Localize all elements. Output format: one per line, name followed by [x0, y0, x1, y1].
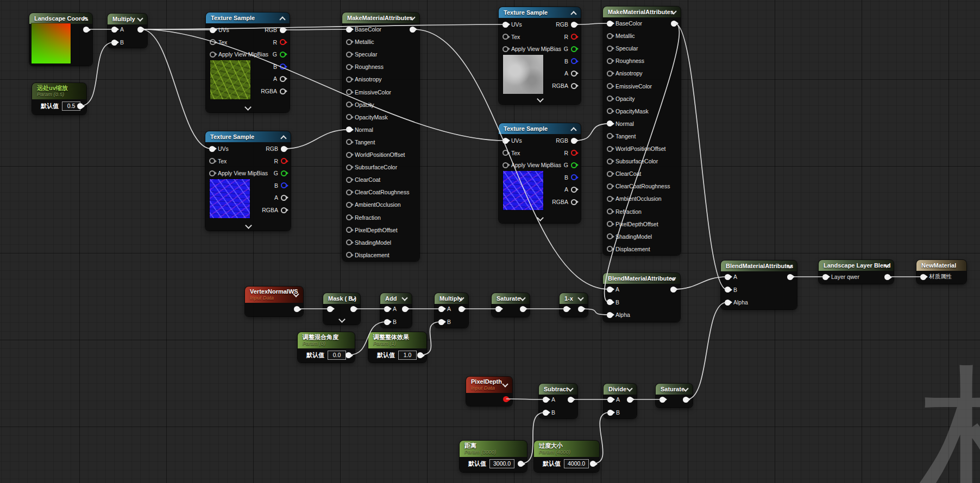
chevron-down-icon[interactable]: [502, 381, 508, 387]
ambientocclusion-input-pin[interactable]: [607, 196, 613, 202]
node-saturate_dist[interactable]: Saturate: [656, 384, 693, 408]
param-output-pin[interactable]: [518, 461, 524, 467]
basecolor-input-pin[interactable]: [346, 27, 352, 33]
g-output-pin[interactable]: [571, 162, 577, 168]
node-multiply_fx[interactable]: MultiplyAB: [435, 293, 468, 328]
node-header[interactable]: 距离Param (3000): [460, 441, 527, 457]
output-pin[interactable]: [683, 397, 689, 403]
in-input-pin[interactable]: [563, 306, 569, 312]
rgb-output-pin[interactable]: [571, 138, 577, 144]
default-value-input[interactable]: 3000.0: [489, 459, 514, 468]
node-header[interactable]: Texture Sample: [499, 123, 581, 134]
opacitymask-input-pin[interactable]: [346, 114, 352, 120]
output-pin[interactable]: [137, 27, 143, 33]
output-pin[interactable]: [627, 397, 633, 403]
rgba-output-pin[interactable]: [281, 207, 287, 213]
a-output-pin[interactable]: [281, 195, 287, 201]
pixeldepthoffset-input-pin[interactable]: [346, 227, 352, 233]
node-subtract[interactable]: SubtractAB: [539, 384, 577, 418]
param-output-pin[interactable]: [77, 103, 83, 109]
expand-chevron-icon[interactable]: [537, 214, 544, 221]
default-value-input[interactable]: 1.0: [398, 351, 417, 360]
node-saturate_slope[interactable]: Saturate: [492, 293, 530, 317]
pixeldepthoffset-input-pin[interactable]: [607, 221, 613, 227]
node-header[interactable]: 调整混合角度Param (0): [298, 332, 355, 348]
layer-input-pin[interactable]: [920, 274, 926, 280]
b-output-pin[interactable]: [280, 63, 286, 69]
in-input-pin[interactable]: [327, 306, 333, 312]
expand-chevron-icon[interactable]: [245, 222, 252, 229]
node-blend_b[interactable]: BlendMaterialAttributesABAlpha: [721, 260, 797, 309]
node-header[interactable]: Mask ( B ): [323, 293, 360, 304]
node-mma_near[interactable]: MakeMaterialAttributesBaseColorMetallicS…: [342, 12, 419, 261]
specular-input-pin[interactable]: [346, 52, 352, 58]
param-output-pin[interactable]: [345, 352, 351, 358]
b-input-pin[interactable]: [438, 319, 444, 325]
collapse-up-icon[interactable]: [279, 16, 285, 22]
node-header[interactable]: Saturate: [656, 384, 693, 395]
node-header[interactable]: BlendMaterialAttributes: [603, 273, 680, 284]
apply-view-mipbias-input-pin[interactable]: [502, 162, 508, 168]
collapse-up-icon[interactable]: [280, 135, 286, 141]
node-pixel_depth[interactable]: PixelDepthInput Data: [466, 377, 512, 406]
r-output-pin[interactable]: [571, 34, 577, 40]
a-input-pin[interactable]: [543, 397, 549, 403]
tex-input-pin[interactable]: [502, 150, 508, 156]
tex-input-pin[interactable]: [209, 158, 215, 164]
node-divide[interactable]: DivideAB: [604, 384, 637, 418]
normal-input-pin[interactable]: [346, 126, 352, 132]
param-output-pin[interactable]: [417, 352, 423, 358]
b-output-pin[interactable]: [571, 174, 577, 180]
anisotropy-input-pin[interactable]: [607, 71, 613, 77]
node-header[interactable]: BlendMaterialAttributes: [721, 260, 797, 271]
material-graph-canvas[interactable]: 材质 Landscape CoordsMultiplyAB远处uv缩放Param…: [0, 0, 980, 483]
ambientocclusion-input-pin[interactable]: [346, 202, 352, 208]
rgba-output-pin[interactable]: [571, 83, 577, 89]
uvs-input-pin[interactable]: [502, 138, 508, 144]
a-input-pin[interactable]: [438, 306, 444, 312]
node-mask_b[interactable]: Mask ( B ): [323, 293, 360, 325]
node-ts_gray[interactable]: Texture SampleUVsTexApply View MipBiasRG…: [499, 7, 581, 104]
chevron-down-icon[interactable]: [401, 295, 407, 301]
rgb-output-pin[interactable]: [280, 27, 286, 33]
a-input-pin[interactable]: [111, 27, 117, 33]
metallic-input-pin[interactable]: [607, 33, 613, 39]
clearcoatroughness-input-pin[interactable]: [346, 189, 352, 195]
node-header[interactable]: NewMaterial: [916, 260, 966, 271]
param-output-pin[interactable]: [590, 461, 596, 467]
worldpositionoffset-input-pin[interactable]: [607, 146, 613, 152]
worldpositionoffset-input-pin[interactable]: [346, 152, 352, 158]
opacity-input-pin[interactable]: [607, 96, 613, 101]
specular-input-pin[interactable]: [607, 46, 613, 52]
a-input-pin[interactable]: [725, 274, 731, 280]
displacement-input-pin[interactable]: [607, 246, 613, 252]
b-input-pin[interactable]: [607, 410, 613, 416]
node-header[interactable]: 远处uv缩放Param (0.5): [32, 83, 86, 99]
a-input-pin[interactable]: [384, 306, 390, 312]
tex-input-pin[interactable]: [502, 34, 508, 40]
node-blend_a[interactable]: BlendMaterialAttributesABAlpha: [603, 273, 680, 322]
output-pin[interactable]: [458, 306, 464, 312]
rgb-output-pin[interactable]: [281, 146, 287, 152]
node-header[interactable]: Add: [380, 293, 412, 304]
node-header[interactable]: Landscape Layer Blend: [819, 260, 894, 271]
metallic-input-pin[interactable]: [346, 39, 352, 45]
rgba-output-pin[interactable]: [280, 88, 286, 94]
chevron-down-icon[interactable]: [626, 385, 632, 391]
a-input-pin[interactable]: [607, 287, 613, 293]
node-header[interactable]: Multiply: [435, 293, 468, 304]
node-header[interactable]: VertexNormalWSInput Data: [245, 287, 303, 303]
attributes-output-pin[interactable]: [410, 27, 416, 33]
default-value-input[interactable]: 0.0: [328, 351, 346, 360]
apply-view-mipbias-input-pin[interactable]: [502, 46, 508, 52]
a-output-pin[interactable]: [571, 71, 577, 77]
basecolor-input-pin[interactable]: [607, 21, 613, 27]
data-output-pin[interactable]: [503, 396, 509, 402]
uvs-input-pin[interactable]: [209, 146, 215, 152]
rgba-output-pin[interactable]: [571, 199, 577, 205]
node-layer_blend[interactable]: Landscape Layer BlendLayer qwer: [819, 260, 894, 284]
tangent-input-pin[interactable]: [607, 133, 613, 139]
node-header[interactable]: PixelDepthInput Data: [466, 377, 512, 393]
layer-input-pin[interactable]: [822, 274, 828, 280]
g-output-pin[interactable]: [571, 46, 577, 52]
